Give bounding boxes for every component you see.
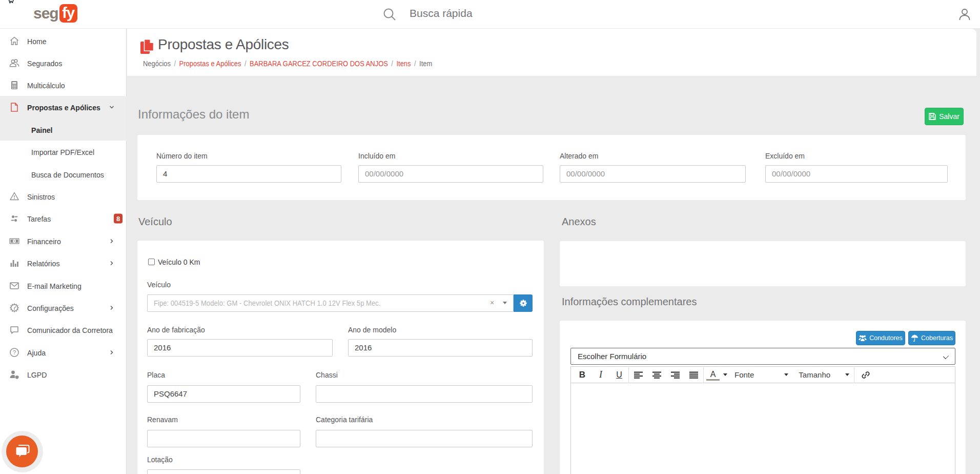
svg-text:?: ?: [13, 349, 16, 356]
